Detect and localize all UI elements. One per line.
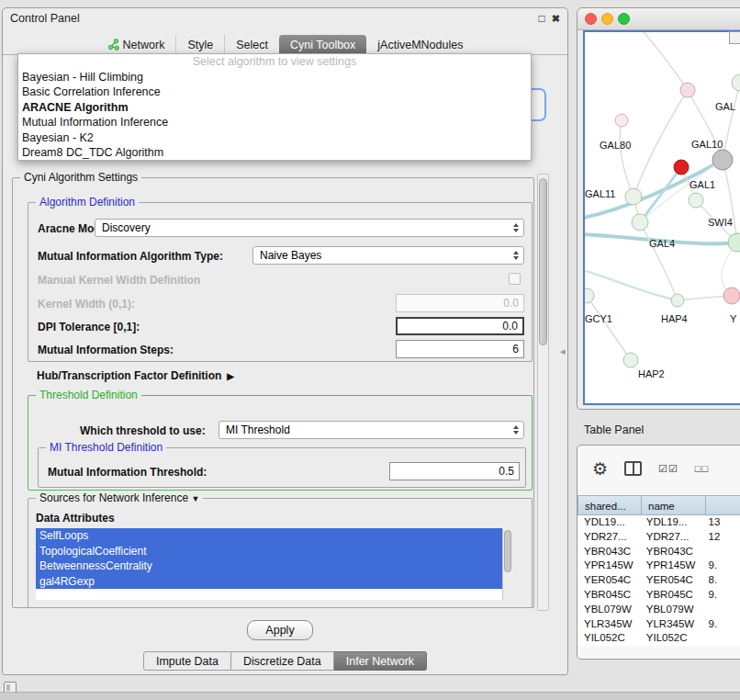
network-node[interactable] <box>671 294 684 307</box>
network-node-label: HAP4 <box>661 313 688 324</box>
tab-infer-network[interactable]: Infer Network <box>334 651 427 671</box>
aracne-mode-select[interactable]: Discovery <box>95 219 524 237</box>
table-cell: YBR045C <box>640 588 702 603</box>
table-row[interactable]: YDR27...YDR27...12 <box>577 530 740 545</box>
tab-network[interactable]: Network <box>96 35 176 54</box>
network-overview-toggle[interactable] <box>729 31 740 44</box>
deselect-all-checkboxes-icon[interactable]: □□ <box>695 463 709 474</box>
algorithm-dropdown: Select algorithm to view settings Bayesi… <box>17 53 532 161</box>
tab-style[interactable]: Style <box>175 35 224 54</box>
tab-impute-data[interactable]: Impute Data <box>143 651 231 671</box>
network-edge[interactable] <box>587 296 631 360</box>
network-node-label: GAL10 <box>691 139 723 150</box>
algorithm-option[interactable]: Bayesian - K2 <box>18 130 531 145</box>
table-row[interactable]: YBR045CYBR045C9. <box>577 588 740 603</box>
dpi-tolerance-input[interactable] <box>396 317 524 335</box>
table-row[interactable]: YBL079WYBL079W <box>577 603 740 617</box>
network-edge[interactable] <box>640 167 681 222</box>
network-node[interactable] <box>723 288 740 304</box>
table-row[interactable]: YIL052CYIL052C <box>577 631 740 646</box>
threshold-definition-group: Threshold Definition Which threshold to … <box>28 395 533 491</box>
column-header[interactable]: shared... <box>577 495 642 515</box>
network-node[interactable] <box>585 288 594 303</box>
network-node[interactable] <box>615 114 628 127</box>
tab-label: Style <box>187 36 213 54</box>
attribute-list[interactable]: SelfLoopsTopologicalCoefficientBetweenne… <box>36 528 513 600</box>
manual-kernel-checkbox[interactable] <box>509 273 521 285</box>
table-cell: YDR27... <box>640 530 702 545</box>
table-cell: YLR345W <box>577 617 640 632</box>
tab-select[interactable]: Select <box>224 35 279 54</box>
mi-steps-input[interactable] <box>396 340 524 358</box>
table-cell <box>702 545 740 559</box>
table-cell: YBR043C <box>640 545 702 559</box>
column-header[interactable]: name <box>642 495 706 515</box>
sources-group-title[interactable]: Sources for Network Inference ▼ <box>36 491 203 504</box>
network-node[interactable] <box>625 188 642 205</box>
network-node[interactable] <box>674 160 689 175</box>
select-all-checkboxes-icon[interactable]: ☑☑ <box>658 463 678 475</box>
mi-steps-label: Mutual Information Steps: <box>38 344 174 356</box>
table-row[interactable]: YDL19...YDL19...13 <box>577 515 740 530</box>
table-settings-icon[interactable]: ⚙ <box>592 460 608 478</box>
combo-arrows-icon <box>513 422 519 438</box>
tab-label: jActiveMNodules <box>377 36 463 54</box>
apply-button[interactable]: Apply <box>247 620 313 640</box>
attribute-list-scrollbar[interactable] <box>502 528 513 600</box>
algorithm-definition-group: Algorithm Definition Aracne Mode: Discov… <box>28 202 533 362</box>
network-edge[interactable] <box>585 269 678 300</box>
network-node[interactable] <box>732 74 740 91</box>
table-row[interactable]: YLR345WYLR345W9. <box>577 617 740 632</box>
settings-scrollbar[interactable] <box>537 174 549 611</box>
hub-section-toggle[interactable]: Hub/Transcription Factor Definition ▶ <box>37 369 234 382</box>
kernel-width-input[interactable] <box>396 294 524 312</box>
float-window-icon[interactable]: □ <box>539 12 545 25</box>
algorithm-option[interactable]: Dream8 DC_TDC Algorithm <box>18 145 531 160</box>
tab-cyni-toolbox[interactable]: Cyni Toolbox <box>279 35 366 54</box>
table-row[interactable]: YER054CYER054C8. <box>577 573 740 588</box>
network-node[interactable] <box>632 214 648 231</box>
network-edge[interactable] <box>640 222 678 300</box>
attribute-item[interactable]: gal4RGexp <box>36 574 502 590</box>
column-visibility-icon[interactable] <box>624 461 642 476</box>
network-node[interactable] <box>712 150 733 170</box>
attribute-item[interactable]: BetweennessCentrality <box>36 559 502 574</box>
algorithm-option[interactable]: Mutual Information Inference <box>18 115 531 130</box>
network-node-label: GAL <box>715 101 735 112</box>
attribute-item[interactable]: SelfLoops <box>36 528 502 544</box>
minimize-traffic-light[interactable] <box>601 13 613 25</box>
network-node-label: Y <box>730 313 737 324</box>
settings-scrollbar-thumb[interactable] <box>539 178 547 345</box>
network-node[interactable] <box>689 193 703 208</box>
attribute-item[interactable]: TopologicalCoefficient <box>36 544 502 559</box>
splitter-collapse-icon[interactable]: ◂ <box>560 345 566 357</box>
network-edge[interactable] <box>633 90 688 197</box>
network-node[interactable] <box>623 353 638 367</box>
network-node[interactable] <box>680 83 695 97</box>
network-node-label: SWI4 <box>708 217 733 228</box>
mi-threshold-input[interactable] <box>389 462 520 480</box>
network-edge[interactable] <box>620 120 633 197</box>
algorithm-option[interactable]: Bayesian - Hill Climbing <box>18 70 531 85</box>
table-row[interactable]: YPR145WYPR145W9. <box>577 559 740 573</box>
close-panel-icon[interactable]: ✖ <box>552 13 560 25</box>
mi-algorithm-type-value: Naive Bayes <box>260 249 321 262</box>
algorithm-option[interactable]: ARACNE Algorithm <box>18 100 531 115</box>
table-cell: YBR043C <box>577 545 640 559</box>
column-header[interactable] <box>706 495 740 515</box>
table-cell: YLR345W <box>640 617 702 632</box>
close-traffic-light[interactable] <box>585 13 597 25</box>
combo-arrows-icon <box>513 220 519 236</box>
table-row[interactable]: YBR043CYBR043C <box>577 545 740 559</box>
desktop: Control Panel □ ✖ NetworkStyleSelectCyni… <box>0 0 740 700</box>
mi-algorithm-type-select[interactable]: Naive Bayes <box>252 246 524 265</box>
which-threshold-value: MI Threshold <box>226 423 290 436</box>
zoom-traffic-light[interactable] <box>618 13 630 25</box>
network-edge[interactable] <box>640 32 688 90</box>
network-canvas[interactable]: GAL80GAL10GAL11GAL1SWI4GAL4GCY1HAP4HAP2G… <box>583 30 740 405</box>
algorithm-option[interactable]: Basic Correlation Inference <box>18 85 531 99</box>
tab-jactivemnodules[interactable]: jActiveMNodules <box>366 35 474 54</box>
tab-discretize-data[interactable]: Discretize Data <box>231 651 334 671</box>
network-edge[interactable] <box>723 83 740 160</box>
which-threshold-select[interactable]: MI Threshold <box>219 421 524 439</box>
